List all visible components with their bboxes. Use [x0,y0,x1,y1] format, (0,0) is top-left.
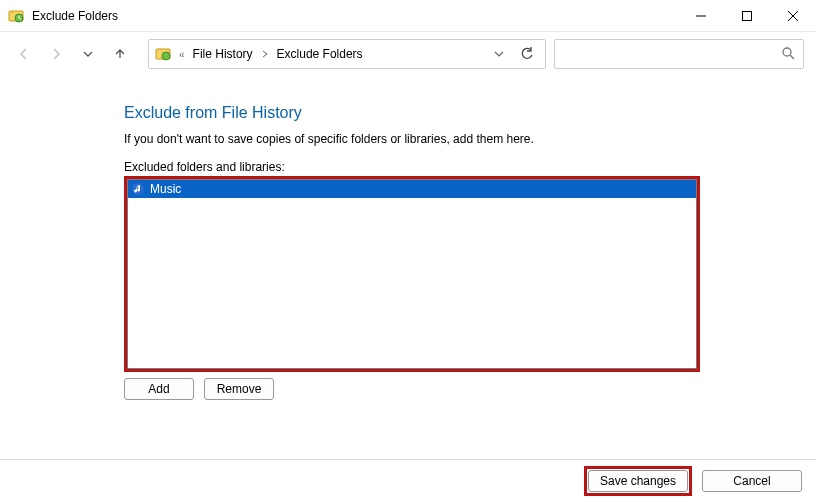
save-changes-label: Save changes [600,474,676,488]
list-label: Excluded folders and libraries: [124,160,796,174]
highlight-annotation: Music [124,176,700,372]
music-library-icon [130,181,146,197]
list-item-label: Music [150,182,181,196]
svg-point-4 [162,52,170,60]
add-button-label: Add [148,382,169,396]
remove-button-label: Remove [217,382,262,396]
breadcrumb-segment[interactable]: File History [193,47,253,61]
address-dropdown-button[interactable] [489,40,509,68]
list-button-row: Add Remove [124,378,796,400]
window-title: Exclude Folders [32,9,118,23]
remove-button[interactable]: Remove [204,378,274,400]
dialog-footer: Save changes Cancel [0,460,816,502]
page-description: If you don't want to save copies of spec… [124,132,796,146]
breadcrumb-segment[interactable]: Exclude Folders [277,47,363,61]
svg-rect-2 [743,11,752,20]
forward-button[interactable] [44,42,68,66]
list-item[interactable]: Music [128,180,696,198]
file-history-icon [8,8,24,24]
chevron-right-icon [259,49,271,60]
maximize-button[interactable] [724,0,770,32]
main-panel: Exclude from File History If you don't w… [0,76,816,400]
search-icon [781,46,795,63]
page-heading: Exclude from File History [124,104,796,122]
svg-point-5 [783,48,791,56]
minimize-button[interactable] [678,0,724,32]
window-controls [678,0,816,32]
back-button[interactable] [12,42,36,66]
nav-toolbar: « File History Exclude Folders [0,32,816,76]
cancel-button[interactable]: Cancel [702,470,802,492]
file-history-icon [155,46,171,62]
add-button[interactable]: Add [124,378,194,400]
cancel-button-label: Cancel [733,474,770,488]
save-changes-button[interactable]: Save changes [588,470,688,492]
recent-locations-button[interactable] [76,42,100,66]
up-button[interactable] [108,42,132,66]
search-input[interactable] [554,39,804,69]
refresh-button[interactable] [515,40,539,68]
titlebar: Exclude Folders [0,0,816,32]
address-bar[interactable]: « File History Exclude Folders [148,39,546,69]
excluded-folders-listbox[interactable]: Music [127,179,697,369]
breadcrumb-prefix: « [177,49,187,60]
close-button[interactable] [770,0,816,32]
highlight-annotation: Save changes [584,466,692,496]
